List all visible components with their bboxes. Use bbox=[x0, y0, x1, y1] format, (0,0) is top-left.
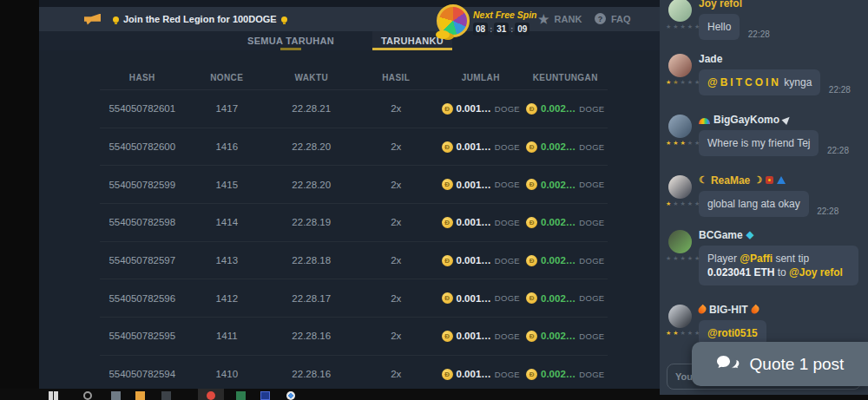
cell-nonce: 1413 bbox=[185, 255, 270, 266]
table-row[interactable]: 554050782594 1410 22.28.16 2x Đ 0.001… D… bbox=[100, 356, 608, 389]
table-row[interactable]: 554050782596 1412 22.28.17 2x Đ 0.001… D… bbox=[100, 279, 608, 318]
chat-message: ★★★★★ BIG-HIT @roti0515 bbox=[660, 303, 868, 346]
bets-table: HASHNONCEWAKTUHASILJUMLAHKEUNTUNGAN 5540… bbox=[100, 50, 608, 389]
table-row[interactable]: 554050782598 1414 22.28.19 2x Đ 0.001… D… bbox=[100, 204, 608, 242]
chat-message: ★★★★★ Joy refol Hello 22:28 bbox=[660, 0, 868, 40]
avatar[interactable] bbox=[668, 305, 692, 328]
bets-tab-bar: SEMUA TARUHAN TARUHANKU bbox=[39, 31, 660, 50]
profit-value: 0.002… bbox=[541, 217, 575, 227]
task-view-icon[interactable] bbox=[111, 391, 121, 400]
chat-username[interactable]: Jade bbox=[699, 52, 863, 65]
table-row[interactable]: 554050782595 1411 22.28.16 2x Đ 0.001… D… bbox=[100, 318, 608, 356]
profit-unit: DOGE bbox=[579, 256, 604, 266]
doge-coin-icon: Đ bbox=[526, 292, 537, 304]
message-time: 22:28 bbox=[817, 207, 838, 217]
app-icon[interactable] bbox=[161, 391, 171, 400]
chat-message: ★★★★★ BigGayKomo Where is my friend Tej … bbox=[660, 113, 868, 156]
avatar[interactable] bbox=[668, 54, 692, 77]
mention-link[interactable]: @Joy refol bbox=[789, 266, 843, 279]
app-icon[interactable] bbox=[207, 391, 215, 400]
doge-coin-icon: Đ bbox=[526, 141, 537, 153]
chat-username[interactable]: BigGayKomo bbox=[699, 113, 863, 126]
cell-time: 22.28.20 bbox=[269, 141, 354, 152]
free-spin-widget[interactable]: Next Free Spin 08 : 31 : 09 bbox=[437, 4, 537, 37]
message-time: 22:28 bbox=[829, 85, 851, 95]
cell-time: 22.28.21 bbox=[269, 103, 354, 114]
mention-link[interactable]: @Paffi bbox=[740, 252, 773, 265]
banner-announcement[interactable]: Join the Red Legion for 100DOGE bbox=[113, 14, 287, 24]
profit-unit: DOGE bbox=[579, 293, 604, 303]
cell-hash: 554050782595 bbox=[100, 331, 185, 341]
avatar[interactable] bbox=[668, 230, 692, 253]
search-icon[interactable] bbox=[83, 391, 92, 400]
amount-value: 0.001… bbox=[457, 180, 491, 190]
cell-hash: 554050782598 bbox=[100, 217, 185, 227]
chat-username[interactable]: ☾ ReaMae ☽ bbox=[699, 174, 863, 187]
amount-value: 0.001… bbox=[457, 217, 491, 227]
excel-icon[interactable] bbox=[236, 391, 246, 400]
window-top-strip bbox=[39, 0, 660, 7]
cell-amount: Đ 0.001… DOGE bbox=[438, 292, 523, 304]
amount-value: 0.001… bbox=[457, 255, 491, 266]
table-row[interactable]: 554050782597 1413 22.28.18 2x Đ 0.001… D… bbox=[100, 242, 608, 280]
cell-nonce: 1414 bbox=[185, 217, 270, 227]
spin-wheel-icon[interactable] bbox=[437, 4, 470, 37]
table-header-row: HASHNONCEWAKTUHASILJUMLAHKEUNTUNGAN bbox=[100, 50, 608, 90]
column-header: HASH bbox=[100, 73, 185, 82]
chat-bubbles-icon bbox=[716, 355, 740, 373]
amount-unit: DOGE bbox=[495, 256, 520, 266]
user-rating-stars: ★★★★★ bbox=[666, 79, 701, 86]
fire-icon bbox=[749, 304, 760, 315]
start-button-icon[interactable] bbox=[49, 391, 58, 400]
amount-unit: DOGE bbox=[495, 370, 520, 379]
amount-value: 0.001… bbox=[457, 103, 491, 114]
word-icon[interactable] bbox=[260, 391, 270, 400]
cell-hash: 554050782601 bbox=[100, 103, 185, 114]
rank-star-icon: ★ bbox=[538, 13, 549, 25]
cell-hash: 554050782597 bbox=[100, 255, 185, 266]
browser-icon[interactable] bbox=[286, 391, 295, 400]
cell-time: 22.28.19 bbox=[269, 217, 354, 227]
cell-nonce: 1411 bbox=[185, 331, 270, 341]
cell-nonce: 1417 bbox=[185, 103, 270, 114]
mention-link[interactable]: @BITCOIN bbox=[707, 76, 781, 89]
profit-value: 0.002… bbox=[541, 293, 575, 304]
table-row[interactable]: 554050782600 1416 22.28.20 2x Đ 0.001… D… bbox=[100, 128, 608, 167]
chat-username[interactable]: BCGame ◆ bbox=[699, 228, 863, 241]
cell-hash: 554050782596 bbox=[100, 293, 185, 304]
megaphone-icon bbox=[84, 14, 101, 25]
cell-result: 2x bbox=[354, 141, 439, 152]
diamond-verified-icon: ◆ bbox=[746, 229, 753, 240]
avatar[interactable] bbox=[668, 175, 692, 199]
chat-username[interactable]: BIG-HIT bbox=[699, 303, 863, 316]
table-row[interactable]: 554050782599 1415 22.28.20 2x Đ 0.001… D… bbox=[100, 166, 608, 204]
trophy-badge-icon bbox=[777, 176, 786, 184]
cell-profit: Đ 0.002… DOGE bbox=[523, 141, 608, 153]
cell-profit: Đ 0.002… DOGE bbox=[523, 179, 608, 190]
doge-coin-icon: Đ bbox=[442, 292, 453, 304]
table-row[interactable]: 554050782601 1417 22.28.21 2x Đ 0.001… D… bbox=[100, 90, 608, 128]
faq-button[interactable]: ? FAQ bbox=[595, 13, 631, 24]
cell-profit: Đ 0.002… DOGE bbox=[523, 331, 608, 342]
file-explorer-icon[interactable] bbox=[135, 391, 145, 400]
avatar[interactable] bbox=[668, 0, 692, 22]
user-rating-stars: ★★★★★ bbox=[666, 330, 701, 337]
amount-value: 0.001… bbox=[457, 293, 491, 304]
quote-post-button[interactable]: Quote 1 post bbox=[692, 342, 868, 386]
cell-amount: Đ 0.001… DOGE bbox=[438, 331, 523, 342]
tab-all-bets[interactable]: SEMUA TARUHAN bbox=[237, 31, 345, 50]
mention-link[interactable]: @roti0515 bbox=[707, 327, 758, 339]
rank-button[interactable]: ★ RANK bbox=[538, 13, 582, 25]
profit-unit: DOGE bbox=[579, 331, 604, 341]
tip-amount: 0.023041 ETH bbox=[707, 266, 774, 279]
amount-unit: DOGE bbox=[495, 331, 520, 341]
avatar[interactable] bbox=[668, 115, 692, 138]
doge-coin-icon: Đ bbox=[526, 103, 537, 115]
cell-amount: Đ 0.001… DOGE bbox=[438, 179, 523, 190]
profit-unit: DOGE bbox=[579, 180, 604, 189]
doge-coin-icon: Đ bbox=[442, 331, 453, 342]
profit-value: 0.002… bbox=[541, 103, 575, 114]
cell-result: 2x bbox=[354, 217, 439, 227]
chat-username[interactable]: Joy refol bbox=[699, 0, 863, 10]
cell-profit: Đ 0.002… DOGE bbox=[523, 292, 608, 304]
